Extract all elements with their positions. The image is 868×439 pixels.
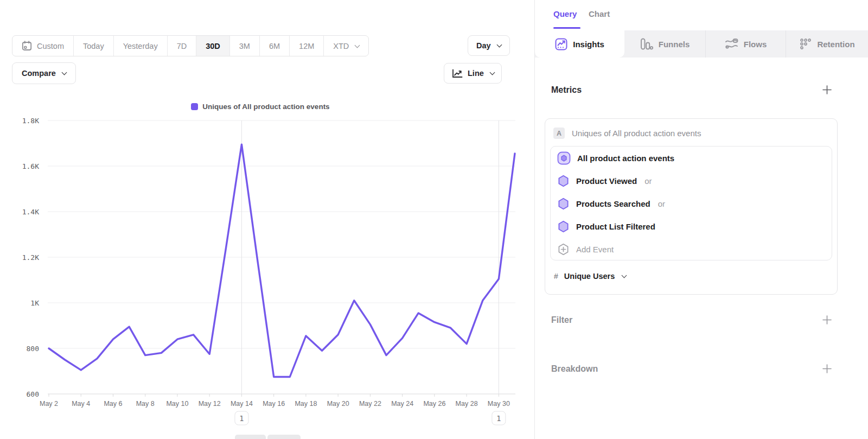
add-event-button[interactable]: Add Event	[551, 238, 832, 260]
aggregation-value: Unique Users	[564, 272, 615, 281]
x-axis-tick-label: May 10	[166, 400, 188, 408]
event-hexagon-icon	[557, 175, 570, 187]
compare-dropdown[interactable]: Compare	[12, 62, 76, 84]
all-events-icon	[557, 151, 571, 165]
event-operator: or	[644, 176, 652, 186]
series-title: Uniques of All product action events	[572, 129, 701, 138]
chart-type-value: Line	[468, 69, 484, 78]
y-axis-tick-label: 1K	[30, 299, 39, 307]
tab-insights-label: Insights	[573, 40, 604, 49]
add-event-icon	[557, 243, 570, 256]
range-label: Yesterday	[123, 42, 158, 50]
breakdown-section-label: Breakdown	[551, 364, 598, 374]
range-label: Custom	[37, 42, 64, 50]
chevron-down-icon	[496, 42, 502, 48]
annotation-count: 1	[496, 414, 501, 423]
legend-swatch	[191, 103, 198, 110]
active-tab-underline	[553, 27, 580, 29]
tab-query[interactable]: Query	[553, 9, 577, 18]
y-axis-tick-label: 1.4K	[22, 208, 39, 216]
x-axis-tick-label: May 6	[104, 400, 122, 408]
event-group-card: All product action eventsProduct Viewedo…	[550, 146, 832, 260]
event-name: Product List Filtered	[576, 222, 655, 231]
x-axis-tick-label: May 26	[423, 400, 445, 408]
event-hexagon-icon	[557, 220, 570, 233]
x-axis-tick-label: May 30	[488, 400, 510, 408]
range-button-custom[interactable]: Custom	[12, 36, 74, 56]
series-line	[49, 144, 515, 377]
range-button-today[interactable]: Today	[74, 36, 114, 56]
x-axis-tick-label: May 2	[40, 400, 58, 408]
range-label: Today	[83, 42, 104, 50]
y-axis-tick-label: 800	[27, 345, 39, 353]
event-operator: or	[658, 199, 665, 208]
filter-section-label: Filter	[551, 315, 572, 325]
range-label: 30D	[206, 42, 220, 50]
range-button-3m[interactable]: 3M	[230, 36, 260, 56]
tab-flows-label: Flows	[744, 40, 767, 49]
chevron-down-icon	[489, 70, 495, 75]
range-button-7d[interactable]: 7D	[168, 36, 197, 56]
aggregation-dropdown[interactable]: # Unique Users	[554, 269, 626, 284]
event-row[interactable]: All product action events	[551, 147, 832, 169]
chart-legend: Uniques of All product action events	[0, 103, 521, 111]
event-name: Products Searched	[576, 199, 650, 208]
event-name: Product Viewed	[576, 176, 637, 186]
retention-icon	[800, 38, 812, 50]
range-button-12m[interactable]: 12M	[290, 36, 324, 56]
x-axis-tick-label: May 18	[295, 400, 317, 408]
chevron-down-icon	[355, 42, 360, 48]
calendar-icon	[22, 41, 32, 51]
event-row[interactable]: Products Searchedor	[551, 192, 832, 215]
tab-flows[interactable]: Flows	[706, 30, 786, 58]
granularity-value: Day	[476, 41, 491, 50]
x-axis-tick-label: May 14	[231, 400, 253, 408]
tab-chart[interactable]: Chart	[589, 9, 610, 18]
legend-series-label: Uniques of All product action events	[202, 103, 329, 111]
x-axis-tick-label: May 22	[359, 400, 381, 408]
add-event-label: Add Event	[576, 245, 614, 254]
tab-funnels[interactable]: Funnels	[624, 30, 706, 58]
y-axis-tick-label: 600	[27, 390, 39, 398]
partial-bottom-element[interactable]	[235, 435, 266, 439]
range-button-xtd[interactable]: XTD	[324, 36, 368, 56]
x-axis-tick-label: May 16	[263, 400, 285, 408]
tab-retention-label: Retention	[817, 40, 854, 49]
range-label: XTD	[333, 42, 349, 50]
partial-bottom-element[interactable]	[267, 435, 301, 439]
range-label: 3M	[239, 42, 250, 50]
event-row[interactable]: Product List Filtered	[551, 215, 832, 238]
x-axis-tick-label: May 20	[327, 400, 349, 408]
date-range-segmented-control: CustomTodayYesterday7D30D3M6M12MXTD	[12, 35, 369, 56]
tab-funnels-label: Funnels	[659, 40, 690, 49]
event-hexagon-icon	[557, 198, 570, 210]
range-label: 12M	[299, 42, 314, 50]
chart-type-dropdown[interactable]: Line	[444, 63, 502, 84]
event-list: All product action eventsProduct Viewedo…	[551, 147, 832, 238]
add-metric-button[interactable]	[822, 85, 832, 94]
y-axis-tick-label: 1.6K	[22, 162, 39, 170]
range-button-30d[interactable]: 30D	[196, 36, 230, 56]
tab-retention[interactable]: Retention	[786, 30, 868, 58]
annotation-count: 1	[239, 414, 244, 423]
x-axis-tick-label: May 12	[199, 400, 221, 408]
range-button-6m[interactable]: 6M	[260, 36, 290, 56]
range-button-yesterday[interactable]: Yesterday	[114, 36, 168, 56]
chevron-down-icon	[622, 272, 627, 278]
metric-series-header[interactable]: A Uniques of All product action events	[553, 128, 701, 139]
x-axis-tick-label: May 8	[136, 400, 155, 408]
metrics-section-label: Metrics	[551, 85, 582, 95]
event-name: All product action events	[577, 154, 674, 163]
x-axis-tick-label: May 28	[456, 400, 478, 408]
range-label: 6M	[269, 42, 280, 50]
x-axis-tick-label: May 24	[391, 400, 413, 408]
flows-icon	[725, 39, 738, 49]
chevron-down-icon	[61, 70, 67, 75]
granularity-dropdown[interactable]: Day	[468, 35, 510, 56]
add-breakdown-button[interactable]	[822, 364, 832, 373]
y-axis-tick-label: 1.8K	[22, 117, 39, 125]
tab-insights[interactable]: Insights	[535, 30, 624, 58]
insights-icon	[555, 38, 567, 50]
add-filter-button[interactable]	[822, 315, 832, 325]
event-row[interactable]: Product Viewedor	[551, 169, 832, 192]
